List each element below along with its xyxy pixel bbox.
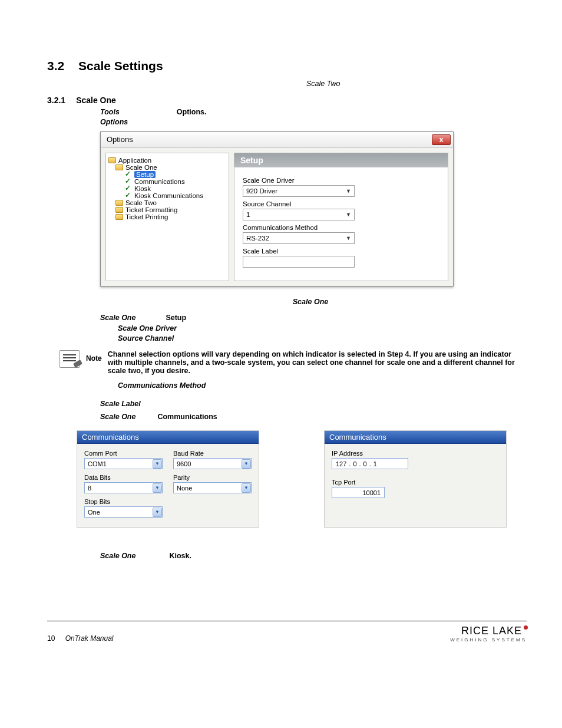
chevron-down-icon: ▼ xyxy=(344,233,353,242)
data-bits-dropdown[interactable]: 8 ▼ xyxy=(84,482,163,493)
page-number: 10 xyxy=(47,634,55,643)
baud-label: Baud Rate xyxy=(173,450,252,457)
ip-octet-1: 127 xyxy=(336,460,346,467)
tcp-port-value: 10001 xyxy=(362,489,381,496)
rs232-panel: Communications Comm Port COM1 ▼ Baud Rat… xyxy=(77,430,259,528)
folder-icon xyxy=(115,207,123,213)
stop-bits-label: Stop Bits xyxy=(84,498,163,505)
folder-icon xyxy=(108,157,116,163)
options-dialog-ref: Options xyxy=(100,118,128,126)
step9-comm: Communications xyxy=(157,413,217,421)
close-icon: x xyxy=(439,136,444,144)
data-bits-label: Data Bits xyxy=(84,474,163,481)
tools-menu-ref: Tools xyxy=(100,108,120,116)
parity-value: None xyxy=(177,485,192,492)
dialog-title-text: Options xyxy=(107,135,133,144)
field-comm-method: Communications Method xyxy=(118,381,206,390)
note-block: Note Channel selection options will vary… xyxy=(59,350,527,375)
driver-dropdown[interactable]: 920 Driver ▼ xyxy=(243,185,355,197)
driver-value: 920 Driver xyxy=(246,187,277,195)
tree-communications[interactable]: Communications xyxy=(134,178,185,185)
step9-scale-one: Scale One xyxy=(100,413,135,421)
tcpip-panel-header: Communications xyxy=(325,431,506,444)
tree-ticket-printing[interactable]: Ticket Printing xyxy=(125,213,168,220)
tail-scale-one: Scale One xyxy=(100,552,135,560)
options-tree[interactable]: Application Scale One Setup Communicatio… xyxy=(105,153,229,281)
field-source: Source Channel xyxy=(118,334,174,342)
section-heading: 3.2 Scale Settings xyxy=(47,59,527,73)
note-icon xyxy=(59,350,80,368)
comm-port-dropdown[interactable]: COM1 ▼ xyxy=(84,458,163,469)
source-value: 1 xyxy=(246,211,250,218)
chevron-down-icon: ▼ xyxy=(242,483,251,493)
tree-kiosk-comm[interactable]: Kiosk Communications xyxy=(134,192,203,199)
options-dialog: Options x Application Scale One Setup Co… xyxy=(100,131,454,286)
tree-scale-two[interactable]: Scale Two xyxy=(125,199,157,206)
figure-caption-scale-one: Scale One xyxy=(293,298,328,306)
tree-setup[interactable]: Setup xyxy=(134,171,156,178)
data-bits-value: 8 xyxy=(88,485,91,492)
subsection-number: 3.2.1 xyxy=(47,95,65,105)
section-number: 3.2 xyxy=(47,59,64,73)
parity-dropdown[interactable]: None ▼ xyxy=(173,482,252,493)
field-scale-label: Scale Label xyxy=(100,400,141,408)
driver-label: Scale One Driver xyxy=(243,177,439,184)
field-driver: Scale One Driver xyxy=(118,324,177,332)
tcp-port-input[interactable]: 10001 xyxy=(332,487,385,498)
comm-port-value: COM1 xyxy=(88,460,107,467)
chevron-down-icon: ▼ xyxy=(153,459,162,469)
tree-ticket-formatting[interactable]: Ticket Formatting xyxy=(125,206,177,213)
folder-icon xyxy=(115,164,123,170)
folder-icon xyxy=(115,200,123,206)
folder-icon xyxy=(115,214,123,220)
subsection-title: Scale One xyxy=(76,95,116,105)
stop-bits-dropdown[interactable]: One ▼ xyxy=(84,506,163,518)
options-menu-ref: Options. xyxy=(177,108,207,116)
scale-label-label: Scale Label xyxy=(243,248,439,255)
brand-main: RICE LAKE xyxy=(461,625,522,637)
note-text: Channel selection options will vary depe… xyxy=(108,350,527,375)
ip-octet-4: 1 xyxy=(373,460,377,467)
tcp-port-label: Tcp Port xyxy=(332,479,499,486)
check-icon xyxy=(125,192,132,199)
rs232-panel-header: Communications xyxy=(77,431,259,444)
note-label: Note xyxy=(86,354,102,363)
baud-dropdown[interactable]: 9600 ▼ xyxy=(173,458,252,469)
brand-logo: RICE LAKE WEIGHING SYSTEMS xyxy=(450,625,527,643)
page-footer: 10 OnTrak Manual RICE LAKE WEIGHING SYST… xyxy=(47,621,527,643)
tree-application[interactable]: Application xyxy=(118,157,151,164)
chevron-down-icon: ▼ xyxy=(344,210,353,219)
ip-label: IP Address xyxy=(332,450,499,457)
source-label: Source Channel xyxy=(243,200,439,207)
setup-panel-header: Setup xyxy=(234,153,448,167)
close-button[interactable]: x xyxy=(432,134,451,145)
tcpip-panel: Communications IP Address 127. 0. 0. 1 T… xyxy=(324,430,507,528)
scale-two-hint: Scale Two xyxy=(306,79,527,90)
tree-kiosk[interactable]: Kiosk xyxy=(134,185,151,192)
baud-value: 9600 xyxy=(177,460,191,467)
step-scale-one: Scale One xyxy=(100,314,135,322)
brand-sub: WEIGHING SYSTEMS xyxy=(450,637,527,643)
parity-label: Parity xyxy=(173,474,252,481)
comm-method-value: RS-232 xyxy=(246,235,269,242)
ip-input[interactable]: 127. 0. 0. 1 xyxy=(332,458,408,469)
tail-kiosk: Kiosk. xyxy=(169,552,191,560)
source-dropdown[interactable]: 1 ▼ xyxy=(243,209,355,220)
setup-panel: Setup Scale One Driver 920 Driver ▼ Sour… xyxy=(234,153,448,281)
comm-method-label: Communications Method xyxy=(243,224,439,231)
step-setup: Setup xyxy=(166,314,186,322)
scale-label-input[interactable] xyxy=(243,256,355,268)
chevron-down-icon: ▼ xyxy=(153,483,162,493)
chevron-down-icon: ▼ xyxy=(344,186,353,195)
dialog-titlebar: Options x xyxy=(101,132,453,148)
comm-port-label: Comm Port xyxy=(84,450,163,457)
stop-bits-value: One xyxy=(88,509,100,516)
ip-octet-3: 0 xyxy=(363,460,367,467)
comm-method-dropdown[interactable]: RS-232 ▼ xyxy=(243,232,355,244)
manual-name: OnTrak Manual xyxy=(65,634,114,643)
brand-dot-icon xyxy=(524,625,528,630)
chevron-down-icon: ▼ xyxy=(242,459,251,469)
ip-octet-2: 0 xyxy=(353,460,356,467)
chevron-down-icon: ▼ xyxy=(153,508,162,517)
section-title: Scale Settings xyxy=(78,59,163,73)
